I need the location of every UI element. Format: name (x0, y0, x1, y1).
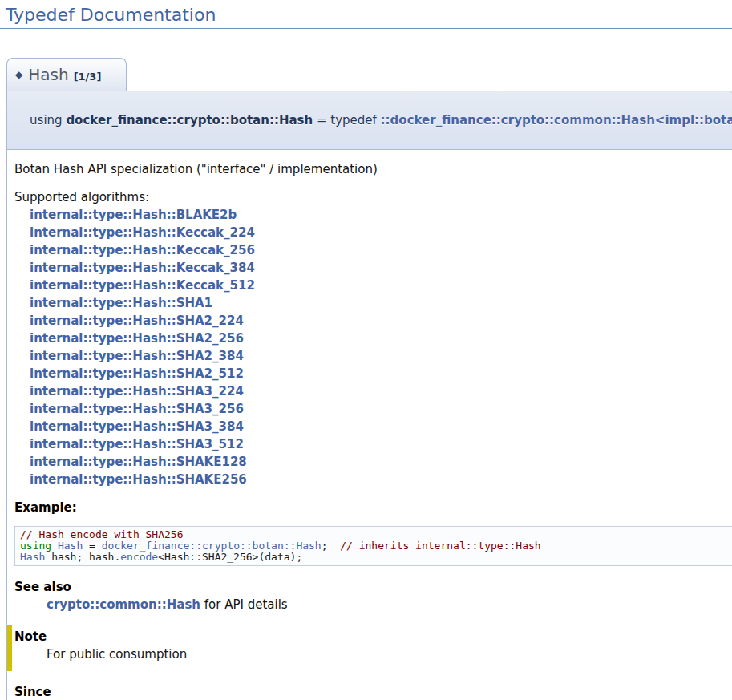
algorithm-link[interactable]: internal::type::Hash::SHA2_224 (30, 312, 724, 330)
proto-using-keyword: using (30, 113, 66, 127)
supported-algorithms-label: Supported algorithms: (14, 188, 724, 206)
member-prototype: using docker_finance::crypto::botan::Has… (6, 91, 732, 150)
member-doc: Botan Hash API specialization ("interfac… (6, 150, 732, 700)
example-heading: Example: (14, 500, 724, 515)
code-line-3: Hash hash; hash.encode<Hash::SHA2_256>(d… (20, 552, 732, 563)
member-tab: ◆Hash[1/3] (6, 58, 127, 91)
see-also-section: See also crypto::common::Hash for API de… (14, 578, 724, 613)
since-label: Since (14, 683, 724, 700)
proto-equals-typedef: = typedef (313, 113, 380, 127)
algorithm-link[interactable]: internal::type::Hash::SHA3_224 (30, 382, 724, 400)
code-example: // Hash encode with SHA256 using Hash = … (14, 526, 732, 566)
code-link-encode[interactable]: encode (120, 551, 158, 563)
code-text: = (83, 540, 101, 552)
code-link-botan-hash[interactable]: docker_finance::crypto::botan::Hash (102, 540, 322, 552)
algorithm-link[interactable]: internal::type::Hash::SHA2_384 (30, 347, 724, 365)
algorithm-link[interactable]: internal::type::Hash::SHA3_256 (30, 400, 724, 418)
supported-algorithms-block: Supported algorithms: internal::type::Ha… (14, 188, 724, 488)
code-text: <Hash::SHA2_256>(data); (158, 551, 302, 563)
code-comment: // inherits internal::type::Hash (340, 540, 540, 552)
proto-typedef-name: docker_finance::crypto::botan::Hash (66, 113, 313, 127)
note-label: Note (14, 628, 724, 645)
algorithm-link[interactable]: internal::type::Hash::Keccak_384 (30, 259, 724, 277)
see-also-link[interactable]: crypto::common::Hash (47, 597, 200, 612)
code-text (51, 540, 58, 552)
algorithm-link[interactable]: internal::type::Hash::Keccak_512 (30, 277, 724, 294)
code-text: ; (322, 540, 340, 552)
algorithm-link[interactable]: internal::type::Hash::SHAKE256 (30, 471, 724, 488)
member-item: ◆Hash[1/3] using docker_finance::crypto:… (6, 58, 732, 700)
code-comment: // Hash encode with SHA256 (20, 528, 184, 540)
code-text: hash; hash. (45, 551, 120, 563)
algorithm-link[interactable]: internal::type::Hash::BLAKE2b (30, 206, 724, 224)
code-keyword: using (20, 540, 51, 552)
member-title: Hash (28, 65, 68, 84)
code-link-hash[interactable]: Hash (20, 551, 45, 563)
note-text: For public consumption (47, 645, 724, 663)
note-section: Note For public consumption (7, 625, 724, 671)
see-also-content: crypto::common::Hash for API details (47, 596, 724, 613)
page-title: Typedef Documentation (0, 0, 732, 29)
since-section: Since docker-finance 1.0.0 (14, 683, 724, 700)
algorithm-link[interactable]: internal::type::Hash::Keccak_256 (30, 241, 724, 259)
proto-target-link[interactable]: ::docker_finance::crypto::common::Hash<i… (381, 113, 732, 127)
algorithm-link[interactable]: internal::type::Hash::SHA2_256 (30, 330, 724, 347)
see-also-text: for API details (200, 597, 288, 612)
algorithm-link[interactable]: internal::type::Hash::SHA3_512 (30, 435, 724, 453)
algorithm-link[interactable]: internal::type::Hash::SHA3_384 (30, 418, 724, 435)
overload-badge: [1/3] (74, 71, 102, 83)
algorithm-link[interactable]: internal::type::Hash::Keccak_224 (30, 224, 724, 241)
permalink-diamond-icon[interactable]: ◆ (15, 69, 22, 80)
see-also-label: See also (14, 578, 724, 596)
code-link-hash[interactable]: Hash (58, 540, 83, 552)
algorithm-link[interactable]: internal::type::Hash::SHA2_512 (30, 365, 724, 382)
brief-description: Botan Hash API specialization ("interfac… (14, 161, 724, 177)
code-line-2: using Hash = docker_finance::crypto::bot… (20, 540, 732, 552)
algorithm-link[interactable]: internal::type::Hash::SHAKE128 (30, 453, 724, 471)
algorithm-link[interactable]: internal::type::Hash::SHA1 (30, 294, 724, 312)
code-line-1: // Hash encode with SHA256 (20, 529, 732, 540)
